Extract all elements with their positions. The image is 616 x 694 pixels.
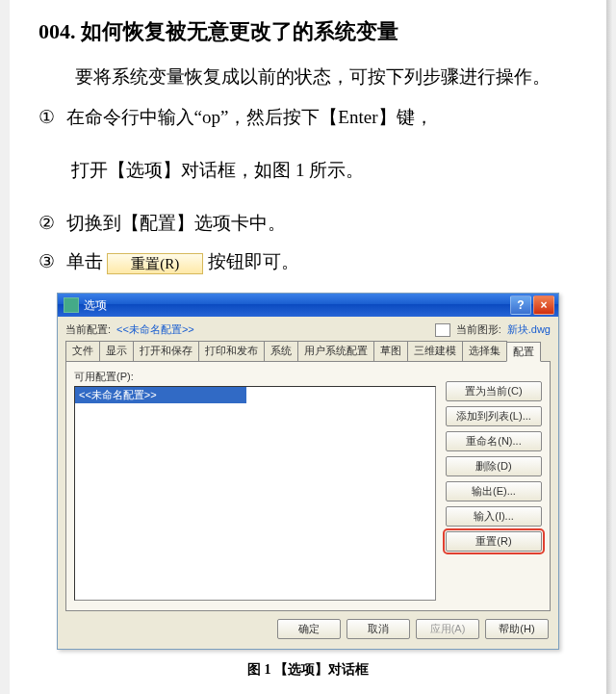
- figure-caption: 图 1 【选项】对话框: [38, 661, 578, 679]
- titlebar: 选项 ? ×: [58, 294, 558, 317]
- article-intro: 要将系统变量恢复成以前的状态，可按下列步骤进行操作。: [38, 60, 578, 94]
- step-3: ③单击 重置(R) 按钮即可。: [38, 244, 578, 279]
- available-profiles-label: 可用配置(P):: [74, 370, 436, 384]
- tab-system[interactable]: 系统: [264, 341, 298, 361]
- dialog-title: 选项: [84, 297, 508, 314]
- article-number: 004.: [38, 19, 76, 43]
- tab-draft[interactable]: 草图: [373, 341, 408, 361]
- import-button[interactable]: 输入(I)...: [446, 506, 542, 527]
- reset-button-inline: 重置(R): [107, 253, 203, 274]
- profiles-listbox[interactable]: <<未命名配置>>: [74, 386, 436, 601]
- dialog-body: 当前配置: <<未命名配置>> 当前图形: 新块.dwg 文件 显示 打开和保存…: [58, 317, 558, 649]
- tab-strip: 文件 显示 打开和保存 打印和发布 系统 用户系统配置 草图 三维建模 选择集 …: [65, 341, 551, 362]
- profile-buttons: 置为当前(C) 添加到列表(L)... 重命名(N)... 删除(D) 输出(E…: [446, 370, 542, 601]
- cancel-button[interactable]: 取消: [346, 619, 410, 639]
- drawing-icon: [435, 323, 450, 337]
- tab-print[interactable]: 打印和发布: [198, 341, 265, 361]
- options-dialog: 选项 ? × 当前配置: <<未命名配置>> 当前图形: 新块.dwg 文件 显…: [57, 293, 559, 650]
- add-to-list-button[interactable]: 添加到列表(L)...: [446, 406, 542, 426]
- profiles-area: 可用配置(P): <<未命名配置>>: [74, 370, 436, 601]
- list-item[interactable]: <<未命名配置>>: [75, 387, 246, 403]
- tab-files[interactable]: 文件: [65, 341, 100, 361]
- tab-user-prefs[interactable]: 用户系统配置: [297, 341, 374, 361]
- help-button[interactable]: 帮助(H): [485, 619, 549, 639]
- tab-display[interactable]: 显示: [99, 341, 134, 361]
- tab-profiles[interactable]: 配置: [506, 342, 541, 362]
- ok-button[interactable]: 确定: [277, 619, 341, 639]
- app-icon: [64, 297, 79, 313]
- close-icon[interactable]: ×: [533, 296, 554, 315]
- tab-open-save[interactable]: 打开和保存: [133, 341, 199, 361]
- document-page: 004. 如何恢复被无意更改了的系统变量 要将系统变量恢复成以前的状态，可按下列…: [10, 0, 606, 694]
- dialog-bottom-buttons: 确定 取消 应用(A) 帮助(H): [65, 611, 551, 641]
- step-1-cont: 打开【选项】对话框，如图 1 所示。: [38, 153, 578, 188]
- apply-button[interactable]: 应用(A): [416, 619, 479, 639]
- help-icon[interactable]: ?: [510, 296, 531, 315]
- article-title: 004. 如何恢复被无意更改了的系统变量: [38, 17, 578, 46]
- tab-3d[interactable]: 三维建模: [407, 341, 463, 361]
- dialog-info-row: 当前配置: <<未命名配置>> 当前图形: 新块.dwg: [65, 322, 551, 337]
- set-current-button[interactable]: 置为当前(C): [446, 381, 542, 401]
- delete-button[interactable]: 删除(D): [446, 456, 542, 476]
- step-1: ①在命令行中输入“op”，然后按下【Enter】键，: [38, 100, 578, 135]
- rename-button[interactable]: 重命名(N)...: [446, 431, 542, 451]
- step-2: ②切换到【配置】选项卡中。: [38, 206, 578, 241]
- tab-select[interactable]: 选择集: [462, 341, 507, 361]
- export-button[interactable]: 输出(E)...: [446, 481, 542, 501]
- article-heading: 如何恢复被无意更改了的系统变量: [81, 19, 398, 43]
- reset-button[interactable]: 重置(R): [446, 531, 542, 552]
- tab-panel-profiles: 可用配置(P): <<未命名配置>> 置为当前(C) 添加到列表(L)... 重…: [65, 362, 551, 611]
